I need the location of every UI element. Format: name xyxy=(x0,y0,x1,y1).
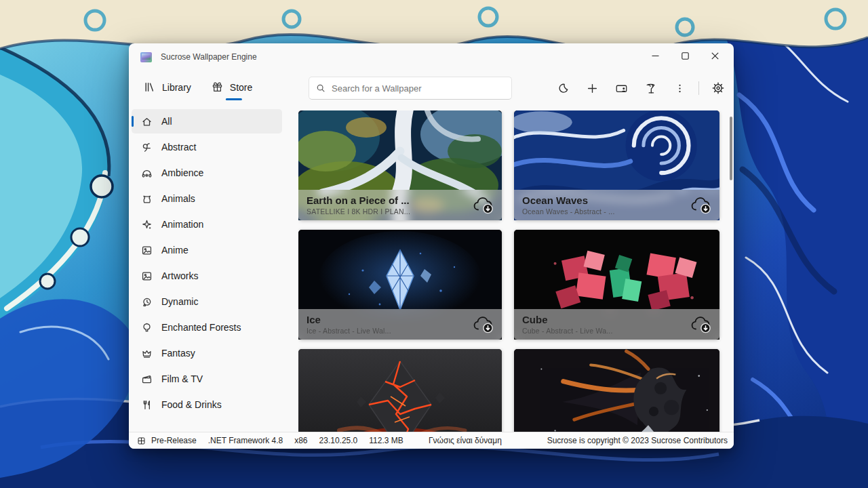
sidebar-item-abstract[interactable]: Abstract xyxy=(132,135,282,159)
sidebar-item-animals[interactable]: Animals xyxy=(132,186,282,211)
sidebar-item-dynamic[interactable]: Dynamic xyxy=(132,289,282,314)
sidebar-item-label: Dynamic xyxy=(161,296,198,307)
app-icon xyxy=(140,52,152,62)
status-memory: 112.3 MB xyxy=(369,436,403,445)
status-copyright: Sucrose is copyright © 2023 Sucrose Cont… xyxy=(547,436,728,445)
more-kebab-icon[interactable] xyxy=(669,78,690,98)
wallpaper-card-cube[interactable]: Cube Cube - Abstract - Live Wa... xyxy=(514,230,719,340)
sidebar-item-label: Artworks xyxy=(161,270,198,281)
theme-moon-icon[interactable] xyxy=(553,78,573,98)
release-grid-icon xyxy=(137,436,146,445)
sidebar-item-animation[interactable]: Animation xyxy=(132,212,282,237)
card-subtitle: Ocean Waves - Abstract - ... xyxy=(522,207,690,216)
wallpaper-card[interactable] xyxy=(298,349,502,432)
wallpaper-card-ocean-waves[interactable]: Ocean Waves Ocean Waves - Abstract - ... xyxy=(514,110,719,220)
wallpaper-grid: Earth on a Piece of ... SATELLIKE I 8K H… xyxy=(298,110,734,432)
card-caption: Ice Ice - Abstract - Live Wal... xyxy=(298,309,502,340)
quick-actions xyxy=(544,78,728,98)
cutlery-icon xyxy=(141,399,153,411)
wallpaper-thumbnail xyxy=(514,349,719,432)
sidebar-item-all[interactable]: All xyxy=(132,109,282,134)
sidebar-item-label: Ambience xyxy=(161,167,203,178)
selection-indicator xyxy=(132,116,134,127)
status-framework: .NET Framework 4.8 xyxy=(208,436,283,445)
status-version: 23.10.25.0 xyxy=(319,436,358,445)
sidebar-item-label: Anime xyxy=(161,245,189,256)
image-icon xyxy=(141,245,153,256)
toolbar-divider xyxy=(698,81,699,95)
wallpaper-card-ice[interactable]: Ice Ice - Abstract - Live Wal... xyxy=(298,230,502,340)
home-icon xyxy=(141,116,153,127)
scrollbar-thumb[interactable] xyxy=(730,117,732,180)
card-title: Ocean Waves xyxy=(522,195,690,206)
wallpaper-card[interactable] xyxy=(514,349,719,432)
card-title: Cube xyxy=(522,314,690,325)
search-box[interactable] xyxy=(309,77,512,100)
status-arch: x86 xyxy=(294,436,307,445)
sidebar-item-ambience[interactable]: Ambience xyxy=(132,161,282,185)
category-sidebar: All Abstract Ambience Animals Animat xyxy=(129,108,285,418)
wallpaper-card-earth[interactable]: Earth on a Piece of ... SATELLIKE I 8K H… xyxy=(298,110,502,220)
active-tab-indicator xyxy=(226,98,242,100)
download-icon[interactable] xyxy=(690,196,713,215)
status-bar: Pre-Release .NET Framework 4.8 x86 23.10… xyxy=(129,432,734,449)
clapperboard-icon xyxy=(141,373,153,385)
image-icon xyxy=(141,270,153,282)
download-icon[interactable] xyxy=(690,315,713,334)
tab-label: Store xyxy=(230,82,252,93)
tab-store[interactable]: Store xyxy=(210,77,254,97)
tree-icon xyxy=(141,322,153,333)
status-release: Pre-Release xyxy=(151,436,197,445)
close-button[interactable] xyxy=(700,45,730,66)
sidebar-item-anime[interactable]: Anime xyxy=(132,238,282,262)
app-window: Sucrose Wallpaper Engine xyxy=(129,43,734,449)
sidebar-item-label: All xyxy=(161,116,172,127)
tab-label: Library xyxy=(162,82,191,93)
card-title: Ice xyxy=(307,314,472,325)
sidebar-item-label: Abstract xyxy=(161,142,196,152)
sidebar-item-food-drinks[interactable]: Food & Drinks xyxy=(132,392,282,417)
headphones-icon xyxy=(141,167,153,179)
sidebar-item-label: Animation xyxy=(161,219,203,230)
desktop: Sucrose Wallpaper Engine xyxy=(0,0,868,488)
sparkle-star-icon xyxy=(141,219,153,230)
status-motto: Γνώσις είναι δύναμη xyxy=(429,436,502,445)
sidebar-item-artworks[interactable]: Artworks xyxy=(132,264,282,288)
title-bar[interactable]: Sucrose Wallpaper Engine xyxy=(129,43,734,70)
sidebar-item-label: Animals xyxy=(161,193,195,204)
clock-icon xyxy=(141,296,153,308)
wallpaper-thumbnail xyxy=(298,349,502,432)
sidebar-item-enchanted-forests[interactable]: Enchanted Forests xyxy=(132,315,282,340)
card-caption: Ocean Waves Ocean Waves - Abstract - ... xyxy=(514,190,719,220)
search-input[interactable] xyxy=(332,83,505,94)
card-caption: Cube Cube - Abstract - Live Wa... xyxy=(514,309,719,340)
abstract-swirl-icon xyxy=(141,142,153,153)
crown-icon xyxy=(141,348,153,359)
download-icon[interactable] xyxy=(472,315,495,334)
tab-library[interactable]: Library xyxy=(142,77,193,97)
store-gift-icon xyxy=(212,81,223,93)
animal-icon xyxy=(141,193,153,205)
sidebar-item-label: Enchanted Forests xyxy=(161,322,241,333)
download-icon[interactable] xyxy=(472,196,495,215)
nav-tabs: Library Store xyxy=(142,77,254,97)
nav-row: Library Store xyxy=(129,70,734,108)
sidebar-item-fantasy[interactable]: Fantasy xyxy=(132,341,282,365)
card-subtitle: Cube - Abstract - Live Wa... xyxy=(522,327,690,335)
treat-glass-icon[interactable] xyxy=(640,78,660,98)
settings-gear-icon[interactable] xyxy=(708,78,728,98)
sidebar-item-label: Food & Drinks xyxy=(161,399,222,410)
window-title: Sucrose Wallpaper Engine xyxy=(161,52,257,62)
sidebar-item-film-tv[interactable]: Film & TV xyxy=(132,367,282,391)
card-subtitle: SATELLIKE I 8K HDR I PLAN... xyxy=(307,207,472,216)
sidebar-item-label: Fantasy xyxy=(161,348,195,359)
library-icon xyxy=(144,81,155,93)
card-subtitle: Ice - Abstract - Live Wal... xyxy=(307,327,472,335)
sidebar-item-label: Film & TV xyxy=(161,373,203,384)
card-title: Earth on a Piece of ... xyxy=(307,195,472,206)
maximize-button[interactable] xyxy=(670,45,700,66)
add-icon[interactable] xyxy=(582,78,602,98)
screen-person-icon[interactable] xyxy=(611,78,631,98)
search-icon xyxy=(316,83,326,93)
minimize-button[interactable] xyxy=(640,45,670,66)
